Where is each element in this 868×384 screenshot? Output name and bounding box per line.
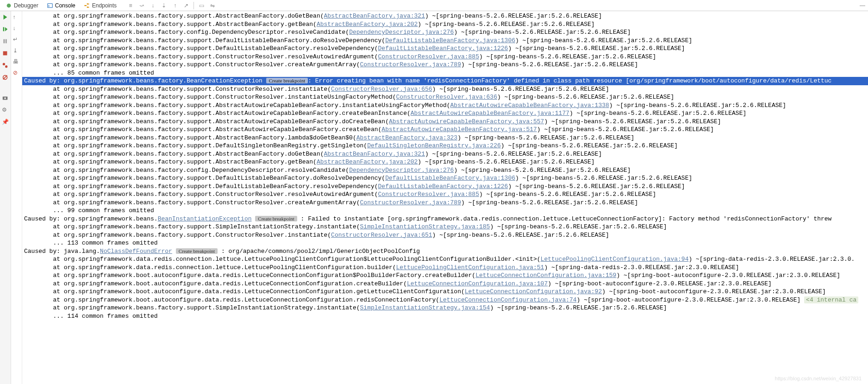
source-link[interactable]: AbstractAutowireCapableBeanFactory.java:… — [381, 126, 537, 133]
resume-icon[interactable] — [2, 26, 9, 33]
trace-icon[interactable]: ⇋ — [209, 2, 216, 9]
step-over-icon[interactable]: ⤻ — [138, 2, 145, 9]
print-icon[interactable]: 🖶 — [13, 58, 20, 66]
console-icon — [47, 2, 53, 9]
debug-tabs: Debugger Console Endpoints ≡ ⤻ ↓ ⇣ ↑ ↗ ▭… — [0, 0, 868, 11]
svg-rect-6 — [3, 39, 5, 44]
source-link[interactable]: BeanInstantiationException — [158, 215, 252, 222]
step-out-icon[interactable]: ↑ — [171, 2, 179, 9]
source-link[interactable]: LettuceConnectionConfiguration.java:74 — [439, 296, 576, 303]
source-link[interactable]: SimpleInstantiationStrategy.java:154 — [360, 304, 490, 311]
source-link[interactable]: DependencyDescriptor.java:276 — [349, 29, 454, 36]
evaluate-icon[interactable]: ▭ — [198, 2, 205, 9]
step-into-icon[interactable]: ↓ — [149, 2, 156, 9]
tab-console[interactable]: Console — [43, 1, 79, 10]
source-link[interactable]: AbstractAutowireCapableBeanFactory.java:… — [411, 110, 569, 117]
console-line: at org.springframework.beans.factory.sup… — [22, 44, 868, 53]
console-line: at org.springframework.beans.factory.sup… — [22, 174, 868, 183]
folded-frames[interactable]: <4 internal ca — [804, 296, 858, 303]
source-link[interactable]: ConstructorResolver.java:789 — [360, 61, 461, 68]
camera-icon[interactable] — [2, 94, 9, 102]
stop-icon[interactable] — [2, 50, 9, 57]
run-to-cursor-icon[interactable]: ↗ — [182, 2, 190, 9]
source-link[interactable]: LettuceConnectionConfiguration.java:92 — [465, 288, 602, 295]
watermark: https://blog.csdn.net/weixin_42927831 — [775, 376, 862, 381]
create-breakpoint-button[interactable]: Create breakpoint — [176, 248, 218, 254]
svg-rect-5 — [3, 27, 4, 31]
console-line: at org.springframework.beans.factory.con… — [22, 28, 868, 37]
tab-endpoints[interactable]: Endpoints — [80, 1, 120, 10]
minimize-icon[interactable]: — — [859, 2, 866, 9]
endpoints-icon — [84, 2, 90, 9]
list-icon[interactable]: ≡ — [127, 2, 134, 9]
console-output[interactable]: at org.springframework.beans.factory.sup… — [22, 11, 868, 384]
console-line: at org.springframework.beans.factory.sup… — [22, 12, 868, 20]
tab-debugger[interactable]: Debugger — [2, 1, 42, 10]
settings-icon[interactable]: ⚙ — [2, 107, 9, 114]
up-icon[interactable]: ↑ — [13, 14, 20, 21]
console-line: at org.springframework.beans.factory.sup… — [22, 183, 868, 191]
svg-rect-1 — [47, 3, 52, 7]
console-line: at org.springframework.boot.autoconfigur… — [22, 280, 868, 288]
source-link[interactable]: SimpleInstantiationStrategy.java:185 — [360, 223, 490, 230]
source-link[interactable]: LettucePoolingClientConfiguration.java:5… — [396, 264, 544, 271]
console-line: at org.springframework.beans.factory.sup… — [22, 126, 868, 134]
source-link[interactable]: ConstructorResolver.java:885 — [378, 191, 479, 198]
console-line: Caused by: org.springframework.beans.Bea… — [22, 215, 868, 223]
console-line: at org.springframework.beans.factory.sup… — [22, 20, 868, 29]
pause-icon[interactable] — [2, 38, 9, 45]
console-line: at org.springframework.beans.factory.sup… — [22, 101, 868, 110]
force-step-icon[interactable]: ⇣ — [160, 2, 168, 9]
clear-icon[interactable]: ⊘ — [13, 69, 20, 77]
source-link[interactable]: DefaultListableBeanFactory.java:1306 — [385, 37, 515, 44]
source-link[interactable]: AbstractBeanFactory.java:323 — [356, 134, 457, 141]
svg-rect-7 — [5, 39, 6, 44]
source-link[interactable]: AbstractBeanFactory.java:321 — [324, 151, 425, 157]
console-line: at org.springframework.beans.factory.sup… — [22, 118, 868, 126]
console-line: at org.springframework.beans.factory.sup… — [22, 199, 868, 207]
source-link[interactable]: AbstractAutowireCapableBeanFactory.java:… — [389, 118, 544, 125]
svg-point-0 — [7, 3, 11, 7]
console-line: at org.springframework.beans.factory.sup… — [22, 134, 868, 142]
source-link[interactable]: NoClassDefFoundError — [100, 248, 172, 255]
down-icon[interactable]: ↓ — [13, 25, 20, 32]
console-line: at org.springframework.beans.factory.sup… — [22, 61, 868, 69]
svg-point-2 — [84, 5, 86, 6]
create-breakpoint-button[interactable]: Create breakpoint — [255, 216, 297, 221]
bug-icon — [6, 2, 12, 9]
console-line: at org.springframework.beans.factory.con… — [22, 166, 868, 175]
source-link[interactable]: ConstructorResolver.java:651 — [331, 232, 432, 239]
source-link[interactable]: AbstractAutowireCapableBeanFactory.java:… — [450, 102, 609, 109]
second-gutter: ↑ ↓ ↵ ⤓ 🖶 ⊘ — [11, 11, 22, 384]
source-link[interactable]: AbstractBeanFactory.java:202 — [317, 158, 418, 165]
rerun-icon[interactable] — [2, 14, 9, 21]
left-gutter: ⚙ 📌 — [0, 11, 11, 384]
source-link[interactable]: ConstructorResolver.java:656 — [331, 86, 432, 93]
console-line: at org.springframework.beans.factory.sup… — [22, 158, 868, 166]
source-link[interactable]: DefaultListableBeanFactory.java:1226 — [378, 45, 508, 52]
source-link[interactable]: AbstractBeanFactory.java:321 — [324, 13, 425, 19]
source-link[interactable]: DefaultListableBeanFactory.java:1226 — [378, 183, 508, 190]
console-line: at org.springframework.beans.factory.sup… — [22, 150, 868, 158]
source-link[interactable]: AbstractBeanFactory.java:202 — [317, 21, 418, 28]
source-link[interactable]: LettuceConnectionConfiguration.java:159 — [475, 272, 616, 279]
console-line: at org.springframework.beans.factory.sup… — [22, 223, 868, 231]
scroll-end-icon[interactable]: ⤓ — [13, 47, 20, 55]
svg-point-10 — [5, 65, 7, 68]
source-link[interactable]: LettuceConnectionConfiguration.java:107 — [407, 280, 548, 287]
pin-icon[interactable]: 📌 — [2, 119, 9, 126]
breakpoints-icon[interactable] — [2, 62, 9, 69]
source-link[interactable]: ConstructorResolver.java:636 — [396, 94, 497, 101]
mute-breakpoints-icon[interactable] — [2, 74, 9, 82]
source-link[interactable]: DependencyDescriptor.java:276 — [349, 167, 454, 174]
source-link[interactable]: DefaultSingletonBeanRegistry.java:226 — [367, 142, 501, 149]
source-link[interactable]: ConstructorResolver.java:789 — [360, 199, 461, 206]
source-link[interactable]: DefaultListableBeanFactory.java:1306 — [385, 175, 515, 182]
source-link[interactable]: ConstructorResolver.java:885 — [378, 53, 479, 60]
console-line: at org.springframework.beans.factory.sup… — [22, 190, 868, 199]
create-breakpoint-button[interactable]: Create breakpoint — [266, 78, 308, 83]
wrap-icon[interactable]: ↵ — [13, 36, 20, 44]
console-line: at org.springframework.beans.factory.sup… — [22, 304, 868, 312]
source-link[interactable]: LettucePoolingClientConfiguration.java:9… — [541, 256, 689, 263]
console-line: at org.springframework.boot.autoconfigur… — [22, 288, 868, 296]
